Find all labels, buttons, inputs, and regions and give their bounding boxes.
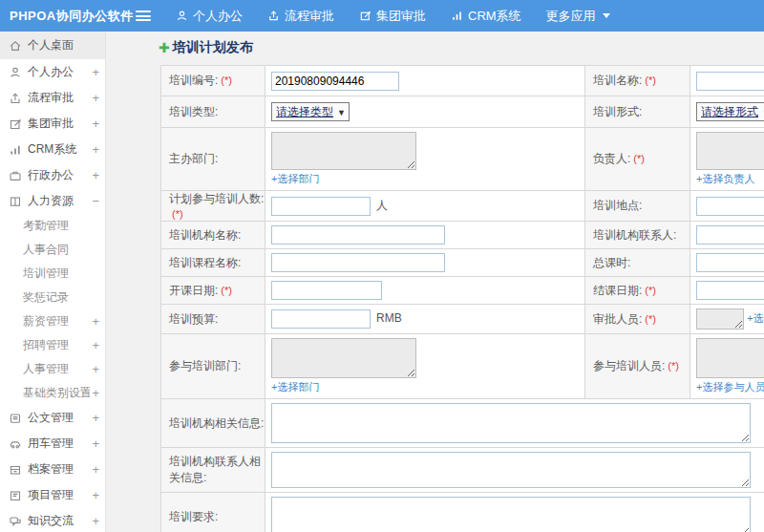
field-label: 计划参与培训人数:(*) bbox=[161, 191, 265, 222]
required-mark: (*) bbox=[645, 313, 656, 325]
total-hours-input[interactable] bbox=[696, 253, 764, 272]
planned-trainee-count-input[interactable] bbox=[271, 197, 371, 216]
training-location-input[interactable] bbox=[696, 197, 764, 216]
sidebar-item-vehicle[interactable]: 用车管理 + bbox=[0, 431, 105, 457]
sidebar-item-base-category[interactable]: 基础类别设置 + bbox=[0, 381, 105, 405]
expand-plus[interactable]: + bbox=[90, 462, 99, 477]
briefcase-icon bbox=[9, 169, 22, 182]
org-info-textarea[interactable] bbox=[271, 403, 751, 443]
expand-plus[interactable]: + bbox=[90, 514, 99, 528]
sidebar-item-document[interactable]: 公文管理 + bbox=[0, 405, 105, 431]
sidebar-item-personnel[interactable]: 人事管理 + bbox=[0, 357, 105, 381]
nav-workflow-approval[interactable]: 流程审批 bbox=[267, 8, 334, 25]
training-name-input[interactable] bbox=[696, 72, 764, 91]
expand-plus[interactable]: + bbox=[90, 65, 99, 79]
expand-plus[interactable]: + bbox=[90, 386, 99, 400]
edit-icon bbox=[359, 10, 371, 22]
sidebar-item-project[interactable]: 项目管理 + bbox=[0, 482, 105, 508]
top-nav: 个人办公 流程审批 集团审批 CRM系统 更多应用 bbox=[176, 8, 610, 25]
project-icon bbox=[9, 489, 22, 502]
participating-departments-box[interactable] bbox=[271, 338, 416, 378]
main-content: ✚ 培训计划发布 培训编号:(*) 培训名称:(*) 培训类型: 请选择类型▼ … bbox=[106, 32, 764, 532]
field-label: 培训机构联系人: bbox=[585, 222, 690, 249]
approver-box[interactable] bbox=[696, 309, 744, 330]
select-department-link[interactable]: +选择部门 bbox=[271, 172, 579, 186]
book-icon bbox=[9, 195, 22, 208]
select-approver-link[interactable]: +选择审批人员 bbox=[747, 312, 764, 324]
org-contact-info-textarea[interactable] bbox=[271, 452, 751, 488]
bar-chart-icon bbox=[9, 143, 22, 157]
end-date-input[interactable] bbox=[696, 281, 764, 300]
sidebar-item-personal-office[interactable]: 个人办公 + bbox=[0, 59, 105, 85]
required-mark: (*) bbox=[221, 74, 232, 86]
required-mark: (*) bbox=[633, 153, 645, 164]
sidebar-item-recruit[interactable]: 招聘管理 + bbox=[0, 333, 105, 357]
training-id-input[interactable] bbox=[271, 72, 399, 91]
upload-icon bbox=[9, 92, 22, 105]
expand-plus[interactable]: + bbox=[90, 142, 99, 157]
expand-plus[interactable]: + bbox=[90, 488, 99, 502]
collapse-minus[interactable]: − bbox=[90, 194, 99, 208]
sidebar-item-training[interactable]: 培训管理 bbox=[0, 262, 105, 286]
nav-more-apps[interactable]: 更多应用 bbox=[546, 8, 610, 25]
field-label: 参与培训部门: bbox=[161, 334, 265, 399]
nav-group-approval[interactable]: 集团审批 bbox=[359, 8, 426, 25]
expand-plus[interactable]: + bbox=[90, 436, 99, 451]
sidebar-item-attendance[interactable]: 考勤管理 bbox=[0, 214, 105, 238]
expand-plus[interactable]: + bbox=[90, 314, 99, 329]
training-form-select[interactable]: 请选择形式▼ bbox=[696, 102, 764, 121]
training-org-contact-input[interactable] bbox=[696, 225, 764, 245]
sidebar-item-hr-contract[interactable]: 人事合同 bbox=[0, 238, 105, 262]
participants-box[interactable] bbox=[696, 338, 764, 378]
bar-chart-icon bbox=[451, 10, 463, 22]
sidebar-item-archive[interactable]: 档案管理 + bbox=[0, 457, 105, 482]
field-label: 培训要求: bbox=[161, 493, 265, 532]
required-mark: (*) bbox=[645, 74, 656, 86]
sidebar-item-group-approval[interactable]: 集团审批 + bbox=[0, 111, 105, 137]
expand-plus[interactable]: + bbox=[90, 411, 99, 425]
nav-personal-office[interactable]: 个人办公 bbox=[176, 8, 243, 25]
field-label: 培训形式: bbox=[585, 96, 690, 128]
field-label: 培训课程名称: bbox=[161, 249, 265, 277]
training-requirements-textarea[interactable] bbox=[271, 497, 751, 532]
plus-icon: ✚ bbox=[159, 40, 170, 55]
expand-plus[interactable]: + bbox=[90, 362, 99, 376]
expand-plus[interactable]: + bbox=[90, 91, 99, 105]
required-mark: (*) bbox=[221, 285, 232, 296]
sidebar-item-rewards[interactable]: 奖惩记录 bbox=[0, 286, 105, 309]
expand-plus[interactable]: + bbox=[90, 338, 99, 352]
sidebar-item-personal-desktop[interactable]: 个人桌面 bbox=[0, 32, 105, 59]
select-leader-link[interactable]: +选择负责人 bbox=[696, 172, 764, 186]
field-label: 培训地点: bbox=[585, 191, 690, 222]
nav-crm[interactable]: CRM系统 bbox=[451, 8, 521, 25]
sidebar-item-salary[interactable]: 薪资管理 + bbox=[0, 309, 105, 333]
top-navbar: PHPOA协同办公软件 个人办公 流程审批 集团审批 CRM系统 更多应用 bbox=[0, 0, 764, 32]
field-label: 培训机构名称: bbox=[161, 222, 265, 249]
sidebar-item-knowledge[interactable]: 知识交流 + bbox=[0, 508, 105, 532]
field-label: 培训名称:(*) bbox=[585, 66, 690, 96]
start-date-input[interactable] bbox=[271, 281, 382, 300]
sidebar-item-hr[interactable]: 人力资源 − bbox=[0, 188, 105, 214]
hamburger-menu-icon[interactable] bbox=[136, 11, 151, 21]
budget-input[interactable] bbox=[271, 309, 371, 329]
host-department-box[interactable] bbox=[271, 132, 416, 170]
course-name-input[interactable] bbox=[271, 253, 445, 272]
field-label: 培训类型: bbox=[161, 96, 265, 128]
expand-plus[interactable]: + bbox=[90, 117, 99, 131]
caret-down-icon: ▼ bbox=[337, 108, 346, 117]
home-icon bbox=[9, 39, 22, 53]
sidebar-item-crm[interactable]: CRM系统 + bbox=[0, 137, 105, 162]
sidebar-item-admin-office[interactable]: 行政办公 + bbox=[0, 162, 105, 188]
sidebar-item-workflow-approval[interactable]: 流程审批 + bbox=[0, 85, 105, 111]
training-type-select[interactable]: 请选择类型▼ bbox=[271, 102, 350, 121]
training-org-name-input[interactable] bbox=[271, 225, 445, 245]
car-icon bbox=[9, 437, 22, 451]
expand-plus[interactable]: + bbox=[90, 168, 99, 182]
currency-label: RMB bbox=[376, 311, 402, 325]
select-participants-link[interactable]: +选择参与人员 bbox=[696, 380, 764, 394]
leader-box[interactable] bbox=[696, 132, 764, 170]
sidebar: 个人桌面 个人办公 + 流程审批 + 集团审批 + CRM系统 + 行政办公 +… bbox=[0, 32, 106, 532]
field-label: 培训机构相关信息: bbox=[161, 399, 265, 448]
select-department-link[interactable]: +选择部门 bbox=[271, 380, 579, 394]
required-mark: (*) bbox=[645, 285, 656, 296]
